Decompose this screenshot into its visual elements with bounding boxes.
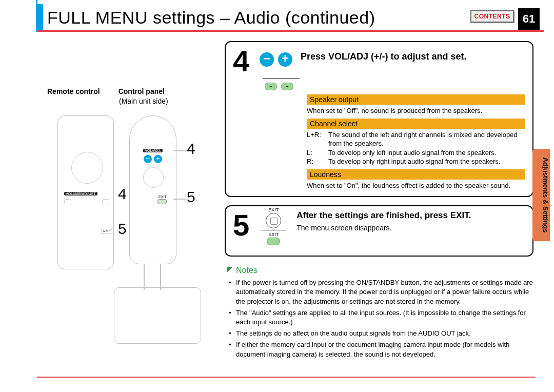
header-accent [36,4,43,32]
exit-figure: EXIT EXIT [253,207,293,246]
contents-button[interactable]: CONTENTS [470,10,514,23]
exit-pill-icon [267,238,280,245]
loudness-desc: When set to "On", the loudness effect is… [307,181,525,190]
note-item: If either the memory card input or the d… [229,340,533,359]
notes-block: Notes If the power is turned off by pres… [227,266,533,359]
step-4-number: 4 [233,46,249,76]
plus-icon: + [278,52,292,67]
callout-4-remote: 4 [118,185,127,203]
step-4-title: Press VOL/ADJ (+/-) to adjust and set. [301,46,467,62]
step-4-box: 4 − + Press VOL/ADJ (+/-) to adjust and … [225,41,533,197]
projector-outline [114,287,201,344]
callout-5-panel: 5 [187,188,195,206]
remote-control-label: Remote control [47,87,100,95]
minus-icon: − [260,52,274,67]
control-panel-label: Control panel [118,87,165,95]
page-title: FULL MENU settings – Audio (continued) [47,8,375,28]
exit-top-label: EXIT [253,207,293,212]
header-rule [38,30,544,32]
callout-4-panel: 4 [187,140,195,158]
note-item: The settings do no affect on the audio o… [229,329,533,338]
speaker-output-heading: Speaker output [307,94,525,105]
volume-adjust-tag: VOLUME/ADJUST [64,192,97,195]
device-figure: VOLUME/ADJUST EXIT VOL/ADJ. − + EXIT [57,110,181,367]
exit-key-remote: EXIT [101,229,112,234]
speaker-output-desc: When set to "Off", no sound is produced … [307,106,525,115]
voladj-tag: VOL/ADJ. [143,149,162,152]
figure-column: Remote control Control panel (Main unit … [47,87,222,367]
exit-bottom-label: EXIT [253,232,293,237]
pill-minus: − [265,83,277,90]
section-tab[interactable]: Adjustments & Settings [532,149,550,241]
callout-5-remote: 5 [118,220,127,238]
notes-list: If the power is turned off by pressing t… [227,278,533,359]
channel-select-heading: Channel select [307,119,525,129]
step-5-sub: The menu screen disappears. [296,224,471,232]
content-column: 4 − + Press VOL/ADJ (+/-) to adjust and … [225,41,533,361]
page-number: 61 [518,8,540,30]
step-5-number: 5 [233,210,249,240]
note-item: If the power is turned off by pressing t… [229,278,533,306]
exit-key-panel: EXIT [159,195,167,199]
footer-rule [37,377,536,378]
note-item: The "Audio" settings are applied to all … [229,308,533,327]
step-5-title: After the settings are finished, press E… [296,210,471,221]
notes-heading: Notes [227,266,533,275]
control-panel-sublabel: (Main unit side) [119,97,222,105]
panel-outline: VOL/ADJ. − + EXIT [129,115,176,264]
pill-plus: + [281,83,293,90]
loudness-heading: Loudness [307,169,525,180]
exit-circle-icon [266,213,281,228]
step-5-box: 5 EXIT EXIT After the settings are finis… [225,205,533,257]
page: FULL MENU settings – Audio (continued) C… [15,0,554,392]
channel-select-table: L+R:The sound of the left and right chan… [307,130,525,166]
page-header: FULL MENU settings – Audio (continued) C… [36,4,544,32]
section-tab-label: Adjustments & Settings [532,149,550,241]
remote-outline: VOLUME/ADJUST EXIT [57,115,114,269]
